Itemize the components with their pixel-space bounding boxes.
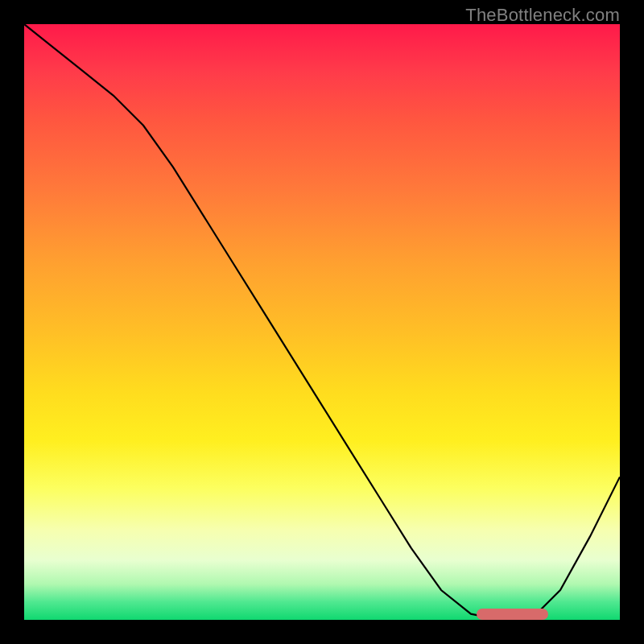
- bottleneck-curve: [24, 24, 620, 620]
- plot-area: [24, 24, 620, 620]
- watermark-text: TheBottleneck.com: [465, 5, 620, 26]
- optimal-range-marker: [477, 609, 548, 620]
- chart-container: TheBottleneck.com: [0, 0, 644, 644]
- curve-path: [24, 24, 620, 620]
